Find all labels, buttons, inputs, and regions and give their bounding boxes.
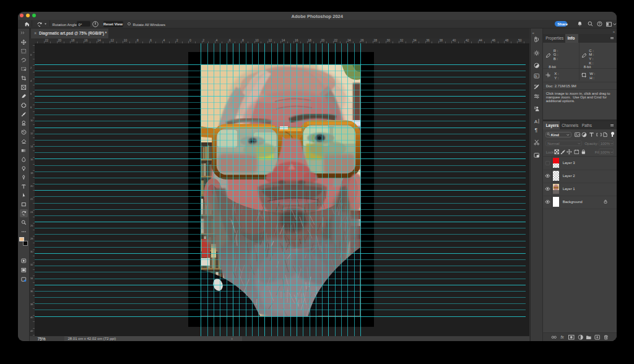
- svg-text:fx: fx: [535, 74, 537, 78]
- svg-text:A: A: [534, 119, 538, 124]
- svg-text:fx: fx: [560, 335, 564, 339]
- svg-text:¶: ¶: [534, 127, 537, 132]
